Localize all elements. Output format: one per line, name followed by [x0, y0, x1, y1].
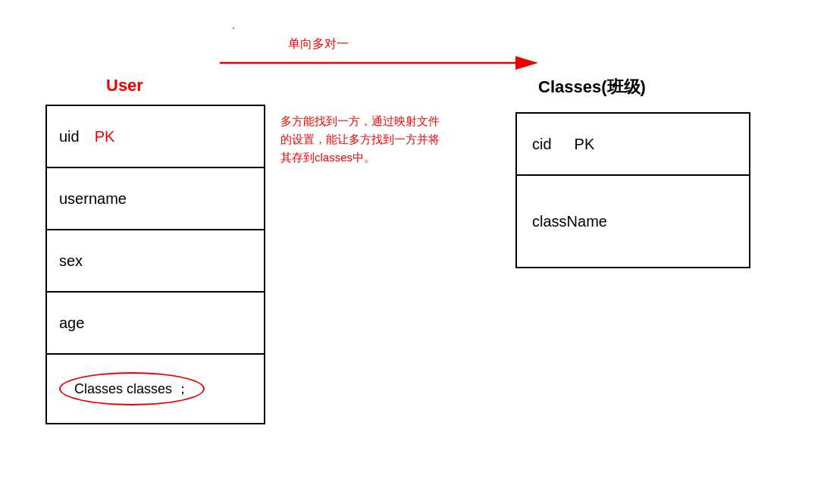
cid-pk-badge: PK — [575, 136, 595, 153]
uid-pk-badge: PK — [95, 128, 115, 146]
age-field: age — [59, 315, 84, 332]
sex-field: sex — [59, 252, 83, 270]
classes-field-oval: Classes classes ； — [59, 372, 205, 405]
table-row: age — [47, 293, 264, 355]
cid-field: cid — [532, 136, 552, 153]
classes-table: cid PK className — [515, 112, 750, 268]
classname-field: className — [532, 213, 607, 230]
table-row: className — [517, 176, 749, 267]
svg-marker-1 — [515, 56, 538, 70]
canvas: · 单向多对一 User Classes(班级) 多方能找到一方，通过映射文件的… — [0, 0, 827, 504]
classes-label: Classes(班级) — [538, 76, 646, 99]
arrow-label: 单向多对一 — [288, 36, 349, 52]
table-row-classes: Classes classes ； — [47, 355, 264, 423]
table-row: cid PK — [517, 114, 749, 176]
description-text: 多方能找到一方，通过映射文件的设置，能让多方找到一方并将其存到classes中。 — [280, 112, 447, 167]
uid-field: uid — [59, 128, 80, 146]
dot: · — [232, 21, 235, 33]
user-table: uid PK username sex age Classes classes … — [45, 105, 265, 424]
user-label: User — [106, 76, 143, 95]
arrow-svg — [220, 52, 538, 74]
table-row: sex — [47, 230, 264, 293]
table-row: username — [47, 168, 264, 230]
username-field: username — [59, 190, 127, 208]
table-row: uid PK — [47, 106, 264, 168]
